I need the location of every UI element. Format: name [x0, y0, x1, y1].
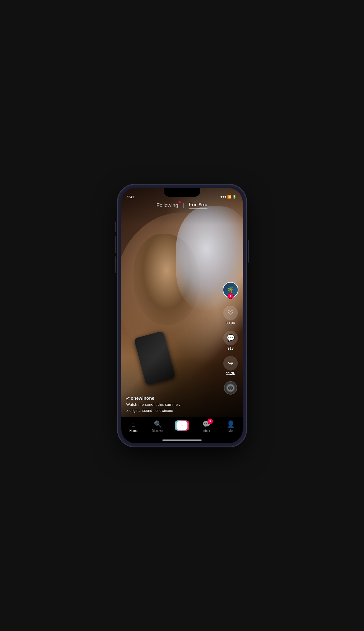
- nav-discover[interactable]: 🔍 Discover: [149, 420, 167, 433]
- comment-icon-circle[interactable]: 💬: [223, 331, 238, 345]
- nav-create[interactable]: +: [173, 420, 191, 431]
- right-action-panel: 🌴 + ♡ 30.8K 💬 918 ↪: [223, 282, 238, 395]
- discover-label: Discover: [152, 429, 164, 433]
- follow-plus-button[interactable]: +: [228, 293, 234, 299]
- nav-home[interactable]: ⌂ Home: [124, 420, 143, 433]
- power-btn: [248, 240, 249, 263]
- nav-inbox[interactable]: 💬 3 Inbox: [197, 420, 215, 433]
- share-action[interactable]: ↪ 11.2k: [223, 356, 238, 376]
- music-disc-center: [229, 386, 232, 390]
- for-you-underline: [189, 209, 208, 209]
- share-icon-circle[interactable]: ↪: [223, 356, 238, 371]
- share-count: 11.2k: [226, 371, 235, 376]
- signal-icons: ●●● 📶 🔋: [220, 195, 237, 199]
- heart-icon: ♡: [228, 309, 234, 317]
- create-plus-icon: +: [177, 421, 187, 430]
- video-caption: Watch me send it this summer.: [126, 402, 218, 407]
- search-icon: 🔍: [154, 420, 162, 428]
- creator-username[interactable]: @onewinone: [126, 395, 218, 401]
- time-display: 9:41: [127, 195, 134, 199]
- home-label: Home: [130, 429, 138, 433]
- comment-count: 918: [228, 346, 234, 351]
- comment-bubble-icon: 💬: [227, 334, 235, 342]
- home-indicator: [162, 439, 202, 441]
- inbox-badge: 3: [207, 419, 213, 424]
- like-icon-circle[interactable]: ♡: [223, 306, 238, 320]
- me-label: Me: [228, 429, 233, 433]
- notch: [164, 188, 200, 197]
- following-tab[interactable]: Following: [157, 202, 178, 209]
- sound-action[interactable]: [224, 381, 237, 395]
- volume-down-btn: [115, 256, 116, 273]
- phone-frame: 9:41 ●●● 📶 🔋 Following | For You 🌴 +: [118, 185, 246, 446]
- volume-up-btn: [115, 236, 116, 253]
- music-note-icon: ♪: [126, 409, 128, 413]
- profile-icon: 👤: [227, 420, 235, 428]
- for-you-tab[interactable]: For You: [189, 202, 208, 209]
- avatar-icon: 🌴: [227, 286, 234, 293]
- top-navigation: Following | For You: [121, 202, 243, 209]
- inbox-wrapper: 💬 3: [202, 420, 211, 428]
- home-icon: ⌂: [131, 420, 135, 428]
- video-info-overlay: @onewinone Watch me send it this summer.…: [126, 395, 218, 413]
- following-notification-dot: [179, 201, 181, 203]
- phone-screen: 9:41 ●●● 📶 🔋 Following | For You 🌴 +: [121, 188, 243, 443]
- volume-silent-btn: [115, 222, 116, 232]
- share-icon: ↪: [228, 359, 233, 367]
- music-disc-icon[interactable]: [224, 381, 237, 395]
- inbox-label: Inbox: [203, 429, 210, 433]
- sound-info[interactable]: ♪ original sound - onewinone: [126, 409, 218, 413]
- like-count: 30.8K: [226, 321, 235, 325]
- sound-name: original sound - onewinone: [130, 409, 173, 413]
- nav-divider: |: [183, 203, 184, 208]
- create-button[interactable]: +: [175, 420, 189, 431]
- nav-me[interactable]: 👤 Me: [221, 420, 240, 433]
- like-action[interactable]: ♡ 30.8K: [223, 306, 238, 325]
- creator-avatar[interactable]: 🌴 +: [223, 282, 238, 298]
- comment-action[interactable]: 💬 918: [223, 331, 238, 351]
